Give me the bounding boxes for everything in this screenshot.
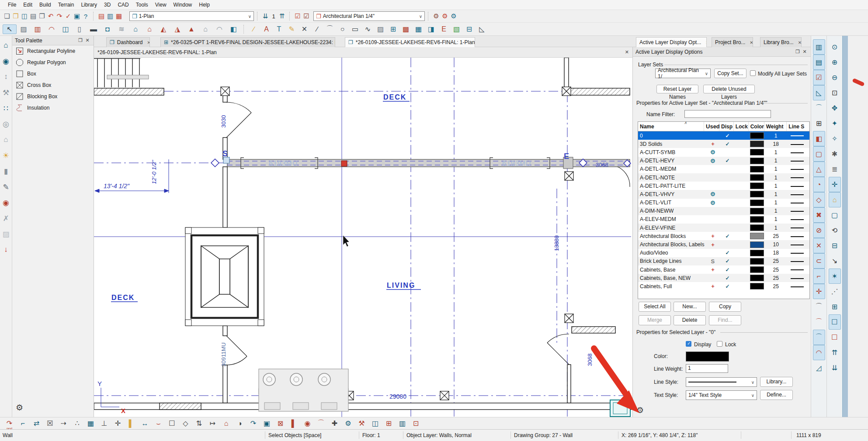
section-view-icon[interactable]: ⌂ — [829, 192, 841, 207]
tab-dashboard[interactable]: ❐ Dashboard ✕ — [106, 37, 150, 47]
layer-color-swatch[interactable] — [749, 233, 764, 239]
plan-view-combo[interactable]: ❐ 1-Plan ∨ — [129, 11, 254, 21]
camera-icon[interactable]: ◉ — [1, 53, 11, 69]
reset-layer-names-button[interactable]: Reset Layer Names — [656, 85, 698, 93]
edit-layout-icon[interactable]: ▤ — [97, 11, 106, 21]
cad-block-icon[interactable]: ▦ — [412, 24, 425, 34]
roof-tool-icon[interactable]: ⌂ — [142, 24, 156, 34]
curve-tool-icon[interactable]: ◠ — [212, 24, 226, 34]
close-icon[interactable]: ✕ — [705, 40, 707, 45]
drawing-canvas[interactable]: DECK LIVING DECK 13'-4 1/2" 12'-0 1/2" 3… — [94, 58, 632, 417]
rect-tool-icon[interactable]: ▭ — [349, 24, 361, 34]
measure-icon[interactable]: ↘ — [829, 253, 841, 269]
merge-button[interactable]: Merge — [639, 315, 671, 325]
layer-color-swatch[interactable] — [749, 275, 764, 281]
layer-check-icon[interactable]: ☑ — [302, 11, 311, 21]
layer-row[interactable]: Architectural Blocks, Labels + 10 — [638, 240, 809, 248]
layer-display-check[interactable]: ✓ — [720, 258, 735, 264]
layer-color-swatch[interactable] — [749, 250, 764, 256]
layer-display-check[interactable]: ✓ — [720, 133, 735, 139]
close-icon[interactable]: ✕ — [801, 49, 808, 55]
dimension-tool-icon[interactable]: ∕ — [247, 24, 260, 34]
saved-plan-views-icon[interactable]: ▦ — [115, 11, 123, 21]
layer-color-swatch[interactable] — [749, 241, 764, 248]
col-header-name[interactable]: Name — [638, 122, 704, 131]
3d-view-icon[interactable]: ◧ — [226, 24, 240, 34]
hatch-wall-icon[interactable]: ▨ — [17, 24, 31, 34]
arc-plus-icon[interactable]: ⌒ — [813, 299, 825, 314]
layer-color-swatch[interactable] — [749, 166, 764, 172]
delete-button[interactable]: Delete — [674, 315, 706, 325]
layer-row[interactable]: 3D Solids + ✓ 18 — [638, 140, 809, 148]
layer-row[interactable]: Cabinets, Base, NEW ✓ 25 — [638, 274, 809, 282]
layer-display-check[interactable]: ✓ — [720, 267, 735, 273]
floor-up-icon[interactable]: ⇈ — [278, 11, 286, 21]
deck-tool-icon[interactable]: ⌂ — [128, 24, 142, 34]
panel-edge-strip[interactable] — [842, 36, 848, 417]
palette-item-box[interactable]: Box — [12, 68, 94, 79]
rect-select-icon[interactable]: ☐ — [165, 418, 179, 429]
layer-row[interactable]: A-DETL-MEDM 1 — [638, 165, 809, 173]
layer-color-button[interactable] — [686, 351, 729, 362]
undo-icon[interactable]: ↶ — [46, 11, 55, 21]
mouse-modes-icon[interactable]: ↕ — [1, 69, 11, 85]
gear-icon[interactable]: ⚙ — [16, 403, 23, 413]
select-all-button[interactable]: Select All — [639, 302, 671, 312]
box-x-icon[interactable]: ⊠ — [274, 418, 287, 429]
build-tools-icon[interactable]: ⚒ — [1, 85, 11, 100]
undo-zoom-icon[interactable]: ⟲ — [829, 223, 841, 238]
zoom-selected-icon[interactable]: ✧ — [829, 131, 841, 146]
tab-layout-file[interactable]: ⊞ *26-0325-OPT 1-REV6-FINAL DESIGN-JESSE… — [160, 37, 335, 47]
palette-item-cross-box[interactable]: Cross Box — [12, 79, 94, 91]
fixture-tool-icon[interactable]: ◘ — [101, 24, 115, 34]
find-page-icon[interactable]: ⊟ — [829, 238, 841, 253]
close-icon[interactable]: ✕ — [625, 49, 629, 55]
house-view-icon[interactable]: ⌂ — [1, 132, 11, 148]
cad-detail-icon[interactable]: ▩ — [399, 24, 412, 34]
stairs-tool-icon[interactable]: ≋ — [115, 24, 128, 34]
ext-tool-icon[interactable]: E — [437, 24, 450, 34]
extend-icon[interactable]: ↦ — [206, 418, 219, 429]
next-icon[interactable]: ↷ next — [3, 418, 16, 429]
add-point-icon[interactable]: ✚ — [328, 418, 341, 429]
fill-style-icon[interactable]: ▌ — [125, 418, 138, 429]
fireplace-structure[interactable] — [185, 227, 264, 326]
close-icon[interactable]: ✕ — [798, 40, 802, 45]
hatch-tool-icon[interactable]: ▨ — [374, 24, 387, 34]
layer-display-check[interactable]: ✓ — [720, 141, 735, 147]
close-icon[interactable]: ✕ — [147, 40, 150, 45]
layer-color-swatch[interactable] — [749, 283, 764, 289]
tab-active-layer-display[interactable]: Active Layer Display Opt...✕ — [636, 37, 707, 47]
layer-display-check[interactable]: ✓ — [720, 275, 735, 281]
circle-tool-icon[interactable]: ○ — [336, 24, 349, 34]
layer-row[interactable]: A-DETL-VHVY ⚙ 1 — [638, 190, 809, 198]
float-panel-icon[interactable]: ❐ — [794, 49, 801, 55]
copy-set-button[interactable]: Copy Set... — [714, 69, 746, 78]
arc-dot-icon[interactable]: ⌒ — [813, 314, 825, 330]
delete-box-icon[interactable]: ☒ — [43, 418, 57, 429]
corner-edit-icon[interactable]: ⌐ — [813, 269, 825, 284]
tab-project-browser[interactable]: Project Bro...✕ — [712, 37, 753, 47]
books-icon[interactable]: ▥ — [396, 418, 409, 429]
help-icon[interactable]: ? — [81, 11, 90, 21]
plan-svg[interactable]: DECK LIVING DECK 13'-4 1/2" 12'-0 1/2" 3… — [94, 58, 632, 417]
selected-move-handle[interactable] — [341, 161, 347, 166]
layer-row[interactable]: Brick Ledge Lines S ✓ 25 — [638, 257, 809, 265]
x-edit-icon[interactable]: ✕ — [813, 238, 825, 253]
break-line-icon[interactable]: ⌣ — [152, 418, 165, 429]
move-next-icon[interactable]: ⇢ — [57, 418, 70, 429]
page-down-icon[interactable]: ⇊ — [829, 360, 841, 376]
render-camera-icon[interactable]: ◎ — [1, 116, 11, 132]
swap-icon[interactable]: ⇄ — [30, 418, 43, 429]
arc-tool-icon[interactable]: ⌒ — [323, 24, 336, 34]
swap-views-icon[interactable]: ◧ — [813, 131, 825, 146]
layer-color-swatch[interactable] — [749, 141, 764, 147]
new-plan-icon[interactable]: ❏ — [3, 11, 11, 21]
lock-checkbox[interactable] — [717, 341, 722, 347]
cabinet-tool-icon[interactable]: ▬ — [87, 24, 101, 34]
display-checkbox[interactable] — [686, 341, 691, 347]
record-icon[interactable]: ◉ — [301, 418, 314, 429]
col-header-color[interactable]: Color — [749, 122, 764, 131]
scroll-more-icon[interactable]: ↓ — [1, 242, 11, 258]
door-tool-icon[interactable]: ▯ — [73, 24, 87, 34]
